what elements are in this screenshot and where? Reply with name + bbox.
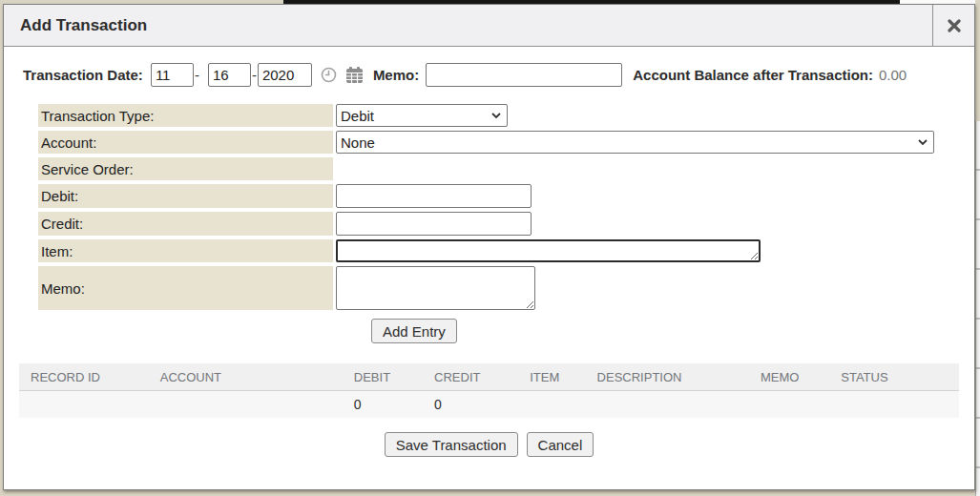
entries-table: RECORD ID ACCOUNT DEBIT CREDIT ITEM DESC… bbox=[19, 363, 959, 418]
date-month-input[interactable] bbox=[151, 63, 194, 87]
memo-textarea[interactable] bbox=[336, 266, 535, 310]
service-order-label: Service Order: bbox=[38, 157, 333, 180]
transaction-type-row: Transaction Type: Debit bbox=[38, 104, 974, 127]
transaction-type-label: Transaction Type: bbox=[38, 104, 333, 127]
clock-icon[interactable] bbox=[321, 67, 337, 83]
column-header-description: DESCRIPTION bbox=[586, 370, 749, 384]
account-balance-value: 0.00 bbox=[879, 67, 907, 83]
item-row: Item: bbox=[38, 239, 974, 262]
add-transaction-dialog: Add Transaction Transaction Date: - - bbox=[3, 4, 975, 490]
chevron-down-icon bbox=[917, 136, 928, 148]
chevron-down-icon bbox=[490, 110, 502, 121]
cancel-button[interactable]: Cancel bbox=[527, 432, 594, 457]
close-icon bbox=[948, 19, 961, 32]
column-header-memo: MEMO bbox=[749, 370, 829, 384]
cell-credit: 0 bbox=[423, 397, 518, 412]
column-header-credit: CREDIT bbox=[423, 370, 518, 384]
date-day-input[interactable] bbox=[208, 63, 251, 87]
account-label: Account: bbox=[38, 131, 333, 154]
entries-table-header: RECORD ID ACCOUNT DEBIT CREDIT ITEM DESC… bbox=[19, 363, 959, 390]
debit-input[interactable] bbox=[336, 184, 532, 208]
item-label: Item: bbox=[38, 239, 333, 262]
dialog-title: Add Transaction bbox=[4, 5, 932, 46]
account-select[interactable]: None bbox=[336, 131, 934, 154]
debit-label: Debit: bbox=[38, 184, 333, 208]
account-value: None bbox=[341, 134, 917, 151]
cell-debit: 0 bbox=[343, 397, 423, 412]
column-header-item: ITEM bbox=[518, 370, 585, 384]
transaction-type-select[interactable]: Debit bbox=[336, 104, 508, 127]
dialog-footer: Save Transaction Cancel bbox=[4, 432, 974, 457]
memo-header-label: Memo: bbox=[373, 67, 419, 83]
account-balance-label: Account Balance after Transaction: bbox=[633, 67, 873, 83]
memo-row: Memo: bbox=[38, 266, 974, 310]
column-header-debit: DEBIT bbox=[343, 370, 423, 384]
dialog-titlebar: Add Transaction bbox=[4, 5, 974, 47]
date-year-input[interactable] bbox=[258, 63, 312, 87]
credit-label: Credit: bbox=[38, 212, 333, 236]
column-header-account: ACCOUNT bbox=[149, 370, 343, 384]
item-input[interactable] bbox=[336, 239, 761, 262]
date-separator: - bbox=[195, 67, 199, 83]
transaction-type-value: Debit bbox=[341, 108, 490, 124]
column-header-status: STATUS bbox=[829, 370, 959, 384]
memo-label: Memo: bbox=[38, 266, 333, 310]
close-button[interactable] bbox=[932, 5, 974, 46]
save-transaction-button[interactable]: Save Transaction bbox=[385, 432, 518, 457]
transaction-date-label: Transaction Date: bbox=[23, 67, 143, 83]
credit-row: Credit: bbox=[38, 212, 974, 236]
transaction-header-row: Transaction Date: - - Memo: Account Bala… bbox=[23, 61, 959, 88]
add-entry-button[interactable]: Add Entry bbox=[371, 319, 457, 343]
service-order-row: Service Order: bbox=[38, 157, 974, 180]
date-separator: - bbox=[252, 67, 257, 83]
debit-row: Debit: bbox=[38, 184, 974, 208]
column-header-record-id: RECORD ID bbox=[19, 370, 149, 384]
table-row: 0 0 bbox=[19, 390, 959, 418]
credit-input[interactable] bbox=[336, 212, 532, 236]
memo-header-input[interactable] bbox=[426, 63, 622, 87]
background-table-strip bbox=[975, 121, 980, 496]
account-row: Account: None bbox=[38, 131, 974, 154]
entry-form: Transaction Type: Debit Account: None bbox=[38, 104, 974, 343]
calendar-icon[interactable] bbox=[345, 67, 364, 83]
